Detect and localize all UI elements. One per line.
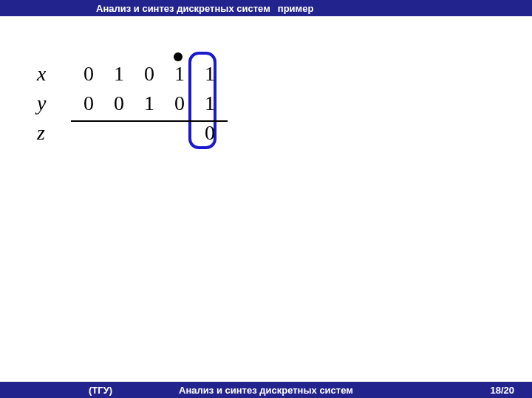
table-row: z 0 [37,118,222,148]
cell: 0 [137,59,162,89]
cell: 0 [106,89,132,118]
title-bar: Анализ и синтез дискретных систем пример [0,0,532,16]
cell: 1 [167,59,192,89]
cell: 0 [197,118,222,148]
table-divider [71,120,228,122]
header-tag: пример [278,3,314,14]
table-row: y 0 0 1 0 1 [37,89,222,118]
cell: 1 [197,59,222,89]
cell: 1 [137,89,162,118]
header-topic: Анализ и синтез дискретных систем [96,3,270,14]
row-label-x: x [37,59,71,89]
cell: 0 [76,89,101,118]
footer-title: Анализ и синтез дискретных систем [0,385,532,396]
slide-body: x 0 1 0 1 1 y 0 0 1 0 1 z 0 [0,16,532,382]
truth-table: x 0 1 0 1 1 y 0 0 1 0 1 z 0 [37,59,222,148]
footer-org: (ТГУ) [89,385,112,396]
row-label-z: z [37,118,71,148]
footer-bar: (ТГУ) Анализ и синтез дискретных систем … [0,382,532,398]
cell: 1 [106,59,132,89]
row-label-y: y [37,89,71,118]
cell: 0 [76,59,101,89]
cell: 1 [197,89,222,118]
footer-page: 18/20 [490,385,514,396]
table-row: x 0 1 0 1 1 [37,59,222,89]
cell: 0 [167,89,192,118]
